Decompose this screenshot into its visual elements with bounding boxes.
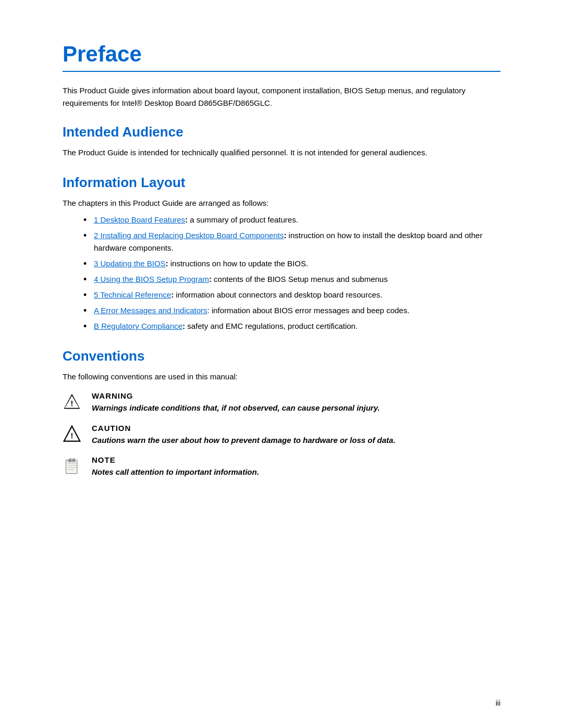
warning-title: WARNING [92, 391, 500, 400]
list-item: 5 Technical Reference: information about… [83, 289, 500, 301]
conventions-intro: The following conventions are used in th… [63, 371, 500, 383]
link-regulatory-compliance[interactable]: B Regulatory Compliance [94, 322, 182, 330]
information-layout-section: Information Layout The chapters in this … [63, 175, 500, 332]
caution-title: CAUTION [92, 424, 500, 433]
intended-audience-text: The Product Guide is intended for techni… [63, 146, 500, 159]
note-text: Notes call attention to important inform… [92, 466, 500, 478]
caution-text: Cautions warn the user about how to prev… [92, 435, 500, 447]
warning-content: WARNING Warnings indicate conditions tha… [92, 391, 500, 414]
list-item: B Regulatory Compliance: safety and EMC … [83, 320, 500, 332]
warning-text: Warnings indicate conditions that, if no… [92, 402, 500, 414]
list-item: A Error Messages and Indicators: informa… [83, 304, 500, 317]
page-title: Preface [63, 42, 500, 67]
intended-audience-section: Intended Audience The Product Guide is i… [63, 124, 500, 159]
link-error-messages[interactable]: A Error Messages and Indicators [94, 306, 207, 315]
information-layout-list: 1 Desktop Board Features: a summary of p… [83, 214, 500, 332]
conventions-heading: Conventions [63, 348, 500, 364]
svg-text:!: ! [71, 399, 74, 408]
page-container: Preface This Product Guide gives informa… [0, 0, 563, 530]
note-icon: NOTE [63, 456, 85, 477]
information-layout-heading: Information Layout [63, 175, 500, 191]
information-layout-intro: The chapters in this Product Guide are a… [63, 197, 500, 209]
list-item: 1 Desktop Board Features: a summary of p… [83, 214, 500, 226]
page-number: iii [496, 699, 500, 707]
link-updating-bios[interactable]: 3 Updating the BIOS [94, 259, 166, 268]
link-bios-setup[interactable]: 4 Using the BIOS Setup Program [94, 275, 209, 283]
intended-audience-heading: Intended Audience [63, 124, 500, 140]
intro-paragraph: This Product Guide gives information abo… [63, 84, 500, 109]
conventions-section: Conventions The following conventions ar… [63, 348, 500, 478]
list-item: 4 Using the BIOS Setup Program: contents… [83, 273, 500, 286]
caution-content: CAUTION Cautions warn the user about how… [92, 424, 500, 447]
warning-icon: ! [63, 392, 85, 413]
note-content: NOTE Notes call attention to important i… [92, 455, 500, 478]
link-technical-reference[interactable]: 5 Technical Reference [94, 290, 171, 299]
list-item: 2 Installing and Replacing Desktop Board… [83, 229, 500, 254]
svg-text:NOTE: NOTE [67, 460, 76, 463]
note-notice: NOTE NOTE Notes call attention to import… [63, 455, 500, 478]
link-desktop-board-features[interactable]: 1 Desktop Board Features [94, 215, 185, 224]
caution-notice: ! CAUTION Cautions warn the user about h… [63, 424, 500, 447]
note-title: NOTE [92, 455, 500, 464]
svg-text:!: ! [71, 431, 74, 440]
list-item: 3 Updating the BIOS: instructions on how… [83, 257, 500, 270]
title-rule [63, 71, 500, 72]
link-installing-replacing[interactable]: 2 Installing and Replacing Desktop Board… [94, 231, 284, 240]
warning-notice: ! WARNING Warnings indicate conditions t… [63, 391, 500, 414]
caution-icon: ! [63, 425, 85, 445]
